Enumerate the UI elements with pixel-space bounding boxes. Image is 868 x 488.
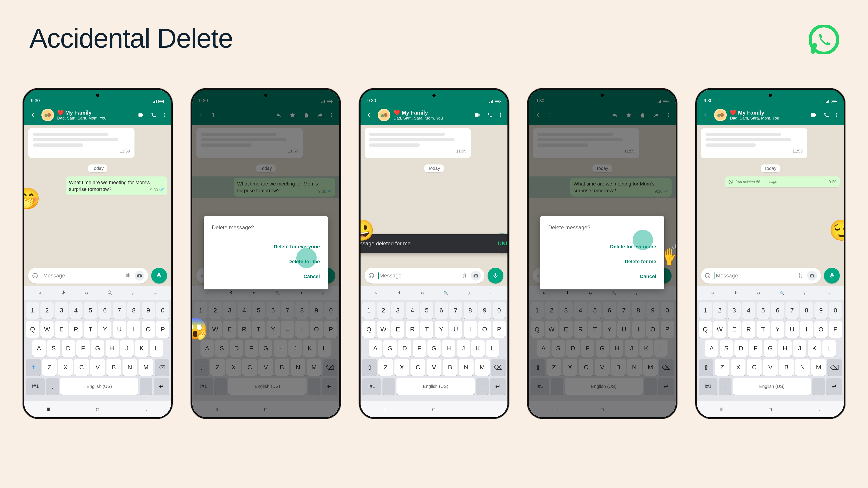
key-n[interactable]: N	[795, 359, 810, 376]
key-shift[interactable]	[26, 359, 41, 376]
mic-button[interactable]	[824, 268, 840, 284]
key-a[interactable]: A	[705, 340, 718, 357]
key-l[interactable]: L	[486, 340, 499, 357]
key-space[interactable]: English (US)	[60, 378, 138, 395]
key-j[interactable]: J	[457, 340, 470, 357]
key-o[interactable]: O	[478, 321, 491, 338]
video-call-icon[interactable]	[136, 110, 146, 120]
key-8[interactable]: 8	[464, 302, 477, 319]
key-3[interactable]: 3	[391, 302, 404, 319]
avatar[interactable]	[41, 109, 54, 121]
key-7[interactable]: 7	[785, 302, 799, 319]
key-period[interactable]: .	[812, 378, 825, 395]
kb-translate-icon[interactable]: ⇄	[131, 291, 134, 295]
key-b[interactable]: B	[106, 359, 121, 376]
deleted-message[interactable]: You deleted this message 9:30	[725, 176, 840, 187]
key-comma[interactable]: ,	[719, 378, 731, 395]
nav-home-icon[interactable]: ▢	[769, 407, 772, 412]
emoji-icon[interactable]	[705, 272, 711, 279]
key-1[interactable]: 1	[699, 302, 712, 319]
key-6[interactable]: 6	[98, 302, 112, 319]
key-t[interactable]: T	[84, 321, 97, 338]
voice-call-icon[interactable]	[149, 110, 158, 120]
kb-settings-icon[interactable]: ⚙	[757, 291, 760, 295]
nav-recents-icon[interactable]: |||	[383, 407, 386, 411]
key-2[interactable]: 2	[40, 302, 54, 319]
key-a[interactable]: A	[32, 340, 46, 357]
key-p[interactable]: P	[829, 321, 842, 338]
key-o[interactable]: O	[814, 321, 828, 338]
key-period[interactable]: .	[140, 378, 152, 395]
key-s[interactable]: S	[383, 340, 397, 357]
key-d[interactable]: D	[735, 340, 748, 357]
key-t[interactable]: T	[420, 321, 433, 338]
key-u[interactable]: U	[449, 321, 462, 338]
message-composer[interactable]: Message	[365, 268, 485, 284]
key-w[interactable]: W	[377, 321, 390, 338]
key-g[interactable]: G	[91, 340, 104, 357]
key-9[interactable]: 9	[814, 302, 828, 319]
key-shift[interactable]: ⇧	[362, 359, 377, 376]
kb-more-icon[interactable]: ⋯	[154, 291, 157, 295]
key-9[interactable]: 9	[142, 302, 155, 319]
more-icon[interactable]	[162, 110, 166, 120]
camera-icon[interactable]	[471, 271, 481, 281]
key-r[interactable]: R	[69, 321, 83, 338]
key-n[interactable]: N	[459, 359, 473, 376]
kb-emoji-icon[interactable]: ☺	[374, 291, 378, 295]
key-l[interactable]: L	[822, 340, 836, 357]
key-h[interactable]: H	[105, 340, 119, 357]
key-9[interactable]: 9	[478, 302, 491, 319]
key-v[interactable]: V	[763, 359, 778, 376]
key-f[interactable]: F	[749, 340, 763, 357]
key-s[interactable]: S	[47, 340, 60, 357]
kb-more-icon[interactable]: ⋯	[827, 291, 830, 295]
cancel-button[interactable]: Cancel	[212, 269, 320, 284]
key-space[interactable]: English (US)	[397, 378, 475, 395]
key-enter[interactable]: ↵	[827, 378, 842, 395]
key-k[interactable]: K	[808, 340, 821, 357]
kb-emoji-icon[interactable]: ☺	[38, 291, 41, 295]
key-comma[interactable]: ,	[382, 378, 395, 395]
incoming-message[interactable]: 11:59	[365, 128, 471, 158]
key-x[interactable]: X	[58, 359, 73, 376]
key-i[interactable]: I	[127, 321, 141, 338]
kb-voice-icon[interactable]	[61, 290, 66, 296]
key-m[interactable]: M	[811, 359, 826, 376]
key-w[interactable]: W	[713, 321, 726, 338]
key-x[interactable]: X	[731, 359, 745, 376]
keyboard[interactable]: 1234567890 QWERTYUIOP ASDFGHJKL ⇧ZXCVBNM…	[697, 300, 844, 417]
video-call-icon[interactable]	[809, 110, 818, 120]
key-1[interactable]: 1	[26, 302, 39, 319]
nav-back-icon[interactable]: ⌄	[482, 407, 485, 412]
key-0[interactable]: 0	[156, 302, 169, 319]
key-u[interactable]: U	[785, 321, 799, 338]
key-f[interactable]: F	[413, 340, 426, 357]
keyboard[interactable]: 1234567890 QWERTYUIOP ASDFGHJKL ⇧ZXCVBNM…	[361, 300, 507, 417]
nav-back-icon[interactable]: ⌄	[145, 407, 148, 412]
outgoing-message[interactable]: What time are we meeting for Mom's surpr…	[66, 176, 167, 195]
key-e[interactable]: E	[727, 321, 741, 338]
camera-icon[interactable]	[134, 271, 145, 281]
voice-call-icon[interactable]	[822, 110, 831, 120]
key-symbols[interactable]: !#1	[699, 378, 717, 395]
key-e[interactable]: E	[55, 321, 68, 338]
delete-for-me-button[interactable]: Delete for me	[548, 254, 656, 269]
key-f[interactable]: F	[76, 340, 90, 357]
nav-recents-icon[interactable]: |||	[720, 407, 723, 411]
key-j[interactable]: J	[793, 340, 806, 357]
key-4[interactable]: 4	[69, 302, 83, 319]
key-4[interactable]: 4	[742, 302, 755, 319]
key-enter[interactable]: ↵	[154, 378, 169, 395]
key-backspace[interactable]: ⌫	[491, 359, 506, 376]
key-p[interactable]: P	[493, 321, 506, 338]
message-composer[interactable]: Message	[28, 268, 148, 284]
key-x[interactable]: X	[395, 359, 409, 376]
key-b[interactable]: B	[443, 359, 458, 376]
key-period[interactable]: .	[476, 378, 489, 395]
key-0[interactable]: 0	[493, 302, 506, 319]
key-e[interactable]: E	[391, 321, 404, 338]
mic-button[interactable]	[151, 268, 167, 284]
key-y[interactable]: Y	[435, 321, 448, 338]
message-composer[interactable]: Message	[701, 268, 821, 284]
